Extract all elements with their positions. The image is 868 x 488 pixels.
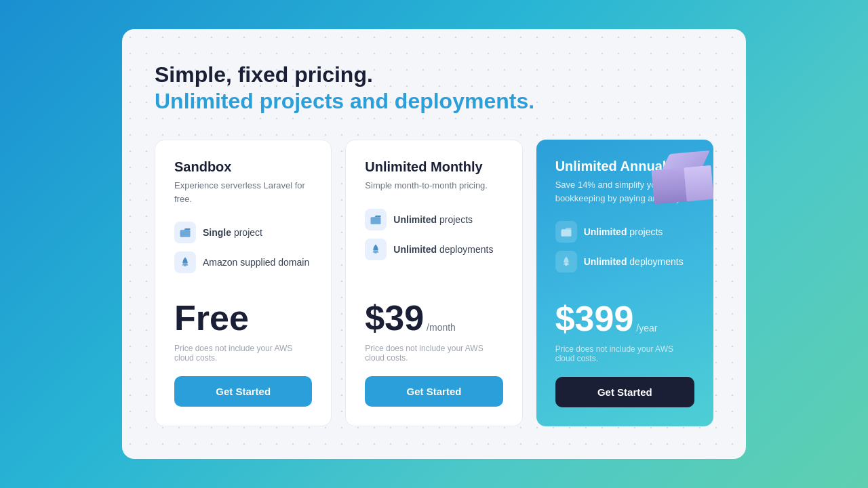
plan-monthly-note: Price does not include your AWS cloud co…: [365, 344, 502, 363]
plan-monthly: Unlimited Monthly Simple month-to-month …: [345, 140, 522, 426]
plan-sandbox-price: Free: [174, 300, 312, 336]
price-amount: Free: [174, 298, 249, 338]
plan-monthly-features: Unlimited projects Unlimited deployments: [365, 209, 502, 282]
monthly-get-started-button[interactable]: Get Started: [365, 376, 502, 407]
feature-text: Single project: [203, 227, 262, 238]
svg-point-1: [184, 264, 187, 267]
plans-grid: Sandbox Experience serverless Laravel fo…: [155, 140, 713, 426]
svg-rect-4: [561, 230, 571, 237]
feature-item: Unlimited projects: [555, 221, 694, 243]
folder-icon: [365, 209, 387, 230]
rocket-icon: [555, 251, 577, 272]
plan-annual-price: $399/year: [555, 301, 694, 336]
price-period: /month: [427, 322, 456, 333]
folder-icon: [555, 221, 577, 243]
plan-annual-note: Price does not include your AWS cloud co…: [555, 344, 694, 363]
plan-monthly-price: $39/month: [365, 300, 502, 336]
feature-item: Unlimited deployments: [365, 239, 502, 260]
plan-annual: Unlimited Annual Save 14% and simplify y…: [536, 140, 713, 426]
feature-item: Single project: [174, 222, 312, 243]
feature-text: Amazon supplied domain: [203, 257, 309, 268]
svg-rect-2: [371, 217, 381, 224]
pricing-card: Simple, fixed pricing. Unlimited project…: [122, 29, 746, 460]
feature-item: Unlimited deployments: [555, 251, 694, 272]
plan-sandbox-name: Sandbox: [174, 159, 312, 175]
plan-annual-features: Unlimited projects Unlimited deployments: [555, 221, 694, 282]
price-amount: $39: [365, 298, 424, 338]
svg-point-3: [374, 250, 378, 253]
feature-text: Unlimited deployments: [393, 244, 493, 255]
svg-point-5: [564, 263, 568, 266]
sandbox-get-started-button[interactable]: Get Started: [174, 376, 312, 407]
header: Simple, fixed pricing. Unlimited project…: [155, 62, 713, 116]
feature-text: Unlimited projects: [393, 214, 473, 225]
price-period: /year: [636, 323, 657, 333]
annual-get-started-button[interactable]: Get Started: [555, 377, 694, 407]
plan-sandbox: Sandbox Experience serverless Laravel fo…: [155, 140, 332, 426]
rocket-icon: [174, 251, 196, 273]
plan-monthly-name: Unlimited Monthly: [365, 159, 502, 175]
plan-sandbox-desc: Experience serverless Laravel for free.: [174, 179, 312, 205]
feature-text: Unlimited projects: [584, 226, 663, 237]
price-amount: $399: [555, 299, 634, 338]
feature-text: Unlimited deployments: [584, 256, 684, 267]
decorative-3d-box: [652, 153, 713, 214]
plan-monthly-desc: Simple month-to-month pricing.: [365, 179, 502, 192]
plan-sandbox-note: Price does not include your AWS cloud co…: [174, 344, 312, 363]
feature-item: Unlimited projects: [365, 209, 502, 230]
plan-sandbox-features: Single project Amazon supplied domain: [174, 222, 312, 281]
rocket-icon: [365, 239, 387, 260]
folder-icon: [174, 222, 196, 243]
svg-rect-0: [180, 230, 191, 238]
feature-item: Amazon supplied domain: [174, 251, 312, 273]
header-line1: Simple, fixed pricing.: [155, 62, 713, 87]
header-line2: Unlimited projects and deployments.: [155, 87, 713, 116]
